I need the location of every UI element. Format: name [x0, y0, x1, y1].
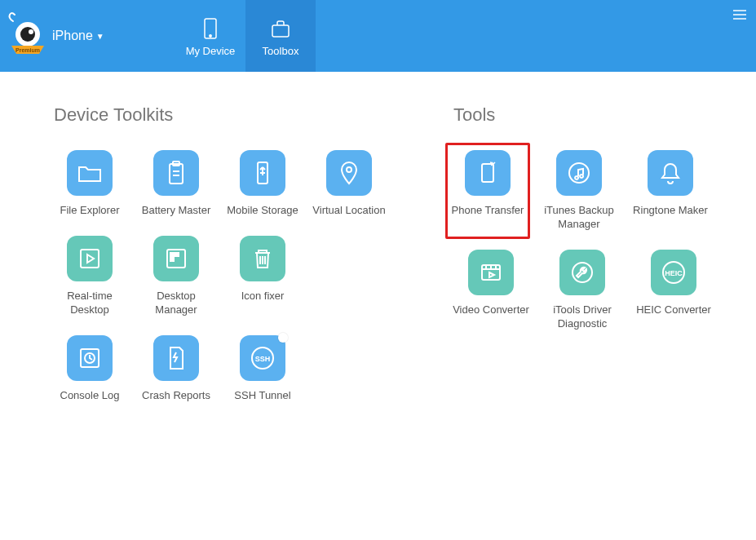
app-logo-icon: Premium	[7, 11, 49, 60]
tool-label: Mobile Storage	[222, 204, 303, 218]
trash-icon	[240, 236, 285, 281]
svg-rect-20	[170, 258, 174, 261]
tab-my-device[interactable]: My Device	[175, 0, 245, 72]
virtual-location-button[interactable]: Virtual Location	[308, 150, 390, 218]
tool-label: Real-time Desktop	[49, 290, 130, 317]
tab-toolbox[interactable]: Toolbox	[245, 0, 316, 72]
device-toolkits-section: Device Toolkits File Explorer Battery Ma…	[49, 104, 416, 421]
itunes-backup-manager-button[interactable]: iTunes Backup Manager	[537, 150, 621, 232]
film-play-icon	[468, 250, 514, 295]
svg-point-15	[347, 167, 351, 172]
notification-dot-icon	[278, 333, 288, 343]
svg-rect-10	[170, 164, 183, 184]
music-disc-icon	[556, 150, 602, 196]
desktop-manager-button[interactable]: Desktop Manager	[135, 236, 217, 317]
svg-rect-25	[482, 164, 493, 182]
wrench-circle-icon	[559, 250, 605, 295]
tool-label: Desktop Manager	[135, 290, 217, 317]
heic-converter-button[interactable]: HEIC HEIC Converter	[631, 250, 716, 331]
device-dropdown[interactable]: iPhone ▼	[52, 29, 104, 43]
logo-area: Premium iPhone ▼	[0, 0, 175, 72]
itools-driver-diagnostic-button[interactable]: iTools Driver Diagnostic	[540, 250, 625, 331]
svg-rect-18	[170, 253, 174, 256]
section-title: Tools	[453, 104, 726, 126]
battery-master-button[interactable]: Battery Master	[135, 150, 217, 218]
crash-reports-button[interactable]: Crash Reports	[135, 335, 217, 403]
tablet-icon	[197, 15, 223, 42]
section-title: Device Toolkits	[54, 104, 416, 126]
tool-label: Crash Reports	[135, 389, 217, 403]
briefcase-icon	[267, 15, 294, 42]
file-explorer-button[interactable]: File Explorer	[49, 150, 130, 218]
device-label: iPhone	[52, 29, 93, 43]
nav-tabs: My Device Toolbox	[175, 0, 316, 72]
tab-label: Toolbox	[263, 45, 299, 57]
console-log-button[interactable]: Console Log	[49, 335, 130, 403]
tool-label: Battery Master	[135, 204, 217, 218]
dropdown-caret-icon: ▼	[96, 32, 104, 41]
tool-label: Console Log	[49, 389, 130, 403]
bell-icon	[648, 150, 693, 196]
svg-text:Premium: Premium	[15, 47, 40, 53]
heic-icon: HEIC	[651, 250, 696, 295]
phone-transfer-icon	[465, 150, 511, 196]
app-header: Premium iPhone ▼ My Device	[0, 0, 756, 72]
location-pin-icon	[326, 150, 372, 196]
tab-label: My Device	[186, 45, 236, 57]
tool-label: Ringtone Maker	[628, 204, 713, 218]
svg-rect-16	[81, 250, 99, 268]
apps-grid-icon	[153, 236, 199, 281]
icon-fixer-button[interactable]: Icon fixer	[222, 236, 303, 317]
ringtone-maker-button[interactable]: Ringtone Maker	[628, 150, 713, 232]
clock-square-icon	[67, 335, 113, 381]
svg-point-2	[29, 29, 33, 34]
tool-label: Icon fixer	[222, 290, 303, 303]
video-converter-button[interactable]: Video Converter	[449, 250, 533, 331]
tool-label: SSH Tunnel	[222, 389, 303, 403]
tool-label: File Explorer	[49, 204, 130, 218]
svg-text:HEIC: HEIC	[665, 269, 683, 277]
tools-grid: Phone Transfer iTunes Backup Manager Rin…	[449, 150, 726, 349]
phone-transfer-button[interactable]: Phone Transfer	[445, 143, 530, 239]
usb-phone-icon	[240, 150, 285, 196]
tool-label: iTunes Backup Manager	[537, 204, 621, 232]
ssh-tunnel-button[interactable]: SSH SSH Tunnel	[222, 335, 303, 403]
mobile-storage-button[interactable]: Mobile Storage	[222, 150, 303, 218]
tool-label: Phone Transfer	[451, 204, 524, 218]
svg-rect-6	[272, 25, 289, 37]
svg-point-1	[20, 27, 35, 42]
toolkits-grid: File Explorer Battery Master Mobile Stor…	[49, 150, 416, 421]
folder-icon	[67, 150, 113, 196]
svg-point-5	[210, 34, 211, 36]
ssh-icon: SSH	[240, 335, 285, 381]
tool-label: iTools Driver Diagnostic	[540, 303, 625, 331]
svg-text:SSH: SSH	[255, 355, 271, 363]
tool-label: HEIC Converter	[631, 303, 716, 317]
main-content: Device Toolkits File Explorer Battery Ma…	[0, 72, 756, 454]
svg-rect-19	[175, 253, 179, 256]
menu-icon[interactable]	[733, 8, 746, 23]
clipboard-icon	[153, 150, 199, 196]
crash-file-icon	[153, 335, 199, 381]
realtime-desktop-button[interactable]: Real-time Desktop	[49, 236, 130, 317]
play-square-icon	[67, 236, 113, 281]
grid-spacer	[308, 236, 390, 317]
tool-label: Virtual Location	[308, 204, 390, 218]
tools-section: Tools Phone Transfer iTunes Backup Manag…	[449, 104, 726, 421]
tool-label: Video Converter	[449, 303, 533, 317]
